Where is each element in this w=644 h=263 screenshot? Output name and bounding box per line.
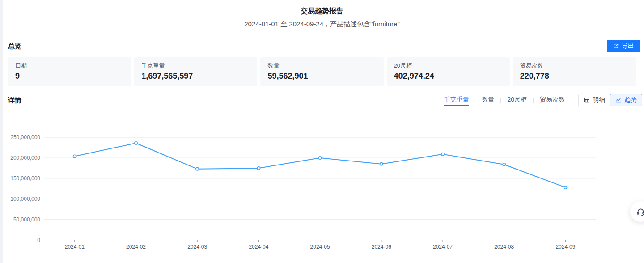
export-icon [613,43,619,49]
data-point-marker[interactable] [441,153,444,156]
tab-divider [475,98,475,103]
metric-tab-4[interactable]: 贸易次数 [540,95,565,106]
y-axis-tick-label: 100,000,000 [10,196,40,202]
stat-card-label: 贸易次数 [520,62,629,69]
stat-card: 20尺柜402,974.24 [387,57,510,86]
y-axis-tick-label: 200,000,000 [10,155,40,161]
trend-line-series [75,143,566,187]
page-subtitle: 2024-01-01 至 2024-09-24，产品描述包含"furniture… [0,20,644,29]
metric-tab-2[interactable]: 数量 [482,95,494,106]
export-button[interactable]: 导出 [607,40,640,52]
stat-card-value: 9 [15,71,124,81]
data-point-marker[interactable] [380,163,383,165]
report-page: 交易趋势报告 2024-01-01 至 2024-09-24，产品描述包含"fu… [0,0,644,263]
stat-card-label: 20尺柜 [394,62,503,69]
view-toggle-detail[interactable]: 明细 [578,94,610,106]
x-axis-tick-label: 2024-06 [372,244,391,250]
stat-card-value: 59,562,901 [267,71,376,81]
table-icon [584,97,590,103]
stat-card: 数量59,562,901 [260,57,383,86]
x-axis-tick-label: 2024-03 [187,244,207,250]
detail-heading: 详情 [8,96,21,105]
tab-divider [500,98,501,103]
stat-card: 日期9 [8,57,131,86]
stat-card-label: 数量 [267,62,376,69]
headset-icon [636,207,644,216]
page-title: 交易趋势报告 [0,7,644,16]
stat-card: 千克重量1,697,565,597 [134,57,257,86]
view-toggle-trend[interactable]: 趋势 [610,94,642,106]
data-point-marker[interactable] [257,167,260,170]
stat-card-label: 日期 [15,62,124,69]
x-axis-tick-label: 2024-09 [555,244,575,250]
x-axis-tick-label: 2024-01 [65,244,85,250]
x-axis-tick-label: 2024-02 [126,244,146,250]
data-point-marker[interactable] [318,157,321,159]
view-toggle: 明细趋势 [578,94,642,106]
stat-card-label: 千克重量 [141,62,250,69]
data-point-marker[interactable] [73,155,76,157]
x-axis-tick-label: 2024-05 [310,244,330,250]
trend-line-chart: 050,000,000100,000,000150,000,000200,000… [0,112,644,263]
data-point-marker[interactable] [135,142,137,144]
tab-divider [533,98,534,103]
overview-cards: 日期9千克重量1,697,565,597数量59,562,90120尺柜402,… [8,57,636,86]
y-axis-tick-label: 0 [37,237,40,243]
x-axis-tick-label: 2024-04 [249,244,268,250]
metric-tab-3[interactable]: 20尺柜 [507,95,527,106]
view-toggle-label: 明细 [593,96,605,104]
data-point-marker[interactable] [564,186,567,189]
trend-icon [615,97,622,103]
stat-card-value: 1,697,565,597 [141,71,250,81]
view-toggle-label: 趋势 [624,96,637,104]
stat-card: 贸易次数220,778 [513,57,636,86]
x-axis-tick-label: 2024-08 [494,244,514,250]
metric-tabs: 千克重量数量20尺柜贸易次数 [444,95,565,106]
metric-tab-1[interactable]: 千克重量 [444,95,469,106]
export-button-label: 导出 [622,42,634,50]
overview-heading: 总览 [8,42,21,51]
data-point-marker[interactable] [503,163,505,166]
detail-controls: 千克重量数量20尺柜贸易次数 明细趋势 [444,94,642,106]
x-axis-tick-label: 2024-07 [433,244,453,250]
y-axis-tick-label: 150,000,000 [10,175,40,182]
stat-card-value: 220,778 [520,71,629,81]
y-axis-tick-label: 50,000,000 [13,216,40,223]
y-axis-tick-label: 250,000,000 [10,134,40,140]
stat-card-value: 402,974.24 [394,71,503,81]
data-point-marker[interactable] [196,168,199,170]
